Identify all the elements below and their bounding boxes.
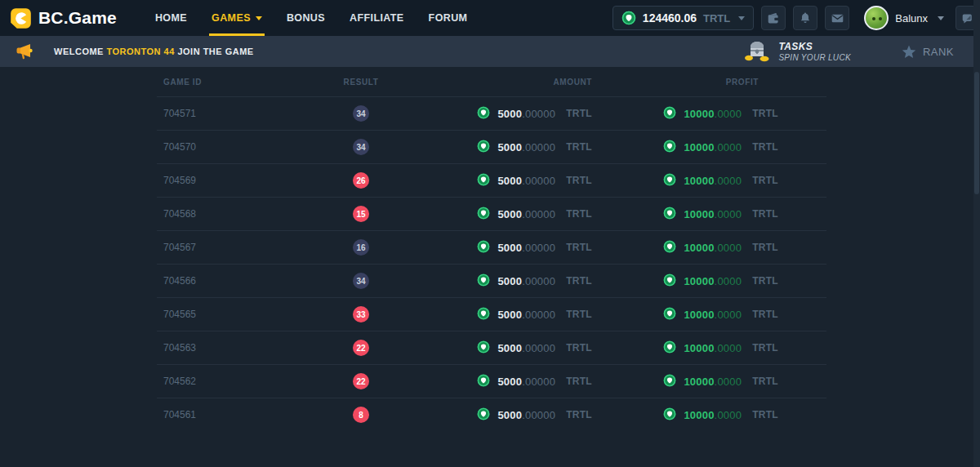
brand-logo[interactable]: BC.Game	[10, 7, 117, 29]
profit-currency: TRTL	[752, 409, 778, 420]
profit-currency: TRTL	[752, 175, 778, 186]
amount-cell: 5000.00000 TRTL	[422, 407, 598, 423]
result-badge: 34	[353, 273, 369, 289]
rank-widget[interactable]: RANK	[902, 45, 954, 59]
amount-value: 5000.00000	[497, 108, 555, 120]
amount-cell: 5000.00000 TRTL	[422, 274, 598, 289]
balance-selector[interactable]: 124460.06 TRTL	[612, 6, 754, 30]
result-badge: 26	[353, 172, 369, 189]
profit-value: 10000.0000	[684, 275, 742, 287]
trtl-coin-icon	[663, 140, 676, 155]
nav-item-forum[interactable]: FORUM	[416, 0, 480, 36]
game-id-cell: 704561	[157, 409, 300, 420]
profit-currency: TRTL	[752, 275, 778, 287]
header-game-id: GAME ID	[157, 78, 300, 87]
wallet-icon	[767, 11, 781, 25]
user-name: Balunx	[895, 12, 928, 24]
table-row[interactable]: 704561 8 5000.00000 TRTL	[157, 398, 826, 431]
amount-cell: 5000.00000 TRTL	[422, 307, 598, 322]
amount-value: 5000.00000	[497, 242, 555, 254]
tasks-widget[interactable]: TASKS SPIN YOUR LUCK	[742, 40, 850, 63]
amount-currency: TRTL	[566, 275, 592, 287]
result-cell: 34	[300, 273, 422, 289]
table-row[interactable]: 704566 34 5000.00000 TRTL	[157, 264, 826, 297]
profit-currency: TRTL	[752, 342, 778, 354]
result-cell: 33	[300, 306, 422, 322]
amount-value: 5000.00000	[497, 409, 555, 421]
result-badge: 16	[353, 239, 369, 256]
game-id: 704570	[163, 141, 196, 153]
trtl-coin-icon	[477, 340, 490, 356]
trtl-coin-icon	[477, 374, 490, 389]
table-row[interactable]: 704565 33 5000.00000 TRTL	[157, 297, 826, 331]
user-menu[interactable]: Balunx	[864, 6, 944, 30]
trtl-coin-icon	[477, 407, 490, 423]
trtl-coin-icon	[477, 173, 490, 189]
nav-item-affiliate[interactable]: AFFILIATE	[337, 0, 416, 36]
profit-value: 10000.0000	[684, 342, 742, 354]
header-amount: AMOUNT	[422, 78, 598, 87]
amount-value: 5000.00000	[497, 141, 555, 153]
result-cell: 26	[300, 172, 422, 189]
result-cell: 15	[300, 206, 422, 222]
scrollbar-thumb[interactable]	[974, 72, 979, 194]
profit-currency: TRTL	[752, 376, 778, 387]
amount-value: 5000.00000	[497, 342, 555, 354]
table-row[interactable]: 704571 34 5000.00000 TRTL	[157, 96, 826, 130]
profit-cell: 10000.0000 TRTL	[598, 140, 826, 155]
profit-value: 10000.0000	[684, 108, 742, 120]
game-id-cell: 704567	[157, 242, 300, 253]
table-row[interactable]: 704568 15 5000.00000 TRTL	[157, 197, 826, 230]
main-nav: HOME GAMES BONUS AFFILIATE FORUM	[143, 0, 480, 36]
amount-currency: TRTL	[566, 175, 592, 186]
amount-value: 5000.00000	[497, 309, 555, 321]
chevron-down-icon	[738, 16, 745, 20]
profit-value: 10000.0000	[684, 175, 742, 187]
notifications-button[interactable]	[793, 6, 817, 30]
profit-cell: 10000.0000 TRTL	[598, 207, 826, 222]
main-content: GAME ID RESULT AMOUNT PROFIT 704571 34 5…	[0, 67, 980, 431]
profit-cell: 10000.0000 TRTL	[598, 340, 826, 356]
nav-item-home[interactable]: HOME	[143, 0, 199, 36]
welcome-message: WELCOME TORONTON 44 JOIN THE GAME	[54, 47, 254, 56]
nav-item-games[interactable]: GAMES	[199, 0, 274, 36]
amount-cell: 5000.00000 TRTL	[422, 340, 598, 356]
messages-button[interactable]	[825, 6, 849, 30]
chat-icon	[961, 11, 975, 25]
tasks-subtitle: SPIN YOUR LUCK	[778, 53, 850, 62]
welcome-prefix: WELCOME	[54, 47, 107, 56]
table-row[interactable]: 704569 26 5000.00000 TRTL	[157, 163, 826, 197]
amount-cell: 5000.00000 TRTL	[422, 173, 598, 189]
banner-right: TASKS SPIN YOUR LUCK RANK	[742, 40, 965, 63]
table-row[interactable]: 704563 22 5000.00000 TRTL	[157, 331, 826, 364]
result-cell: 34	[300, 139, 422, 155]
chevron-down-icon	[256, 16, 262, 20]
game-id: 704569	[163, 175, 196, 186]
welcome-banner: WELCOME TORONTON 44 JOIN THE GAME TASKS …	[0, 36, 980, 67]
tasks-title: TASKS	[778, 41, 850, 52]
amount-currency: TRTL	[566, 242, 592, 253]
rank-label: RANK	[923, 46, 954, 58]
profit-cell: 10000.0000 TRTL	[598, 173, 826, 189]
table-header: GAME ID RESULT AMOUNT PROFIT	[157, 67, 826, 96]
header-result: RESULT	[300, 78, 422, 87]
amount-currency: TRTL	[566, 141, 592, 153]
game-id: 704561	[163, 409, 196, 420]
wallet-button[interactable]	[761, 6, 786, 30]
bell-icon	[799, 11, 812, 24]
amount-currency: TRTL	[566, 108, 592, 119]
table-row[interactable]: 704562 22 5000.00000 TRTL	[157, 364, 826, 398]
profit-value: 10000.0000	[684, 376, 742, 388]
amount-currency: TRTL	[566, 208, 592, 220]
table-row[interactable]: 704570 34 5000.00000 TRTL	[157, 130, 826, 163]
result-badge: 34	[353, 105, 369, 122]
game-id: 704565	[163, 309, 196, 320]
game-id: 704571	[163, 108, 196, 119]
game-id: 704562	[163, 376, 196, 387]
result-badge: 22	[353, 340, 369, 356]
table-row[interactable]: 704567 16 5000.00000 TRTL	[157, 230, 826, 264]
nav-item-bonus[interactable]: BONUS	[274, 0, 337, 36]
amount-cell: 5000.00000 TRTL	[422, 207, 598, 222]
profit-cell: 10000.0000 TRTL	[598, 307, 826, 322]
scrollbar[interactable]	[973, 0, 980, 467]
